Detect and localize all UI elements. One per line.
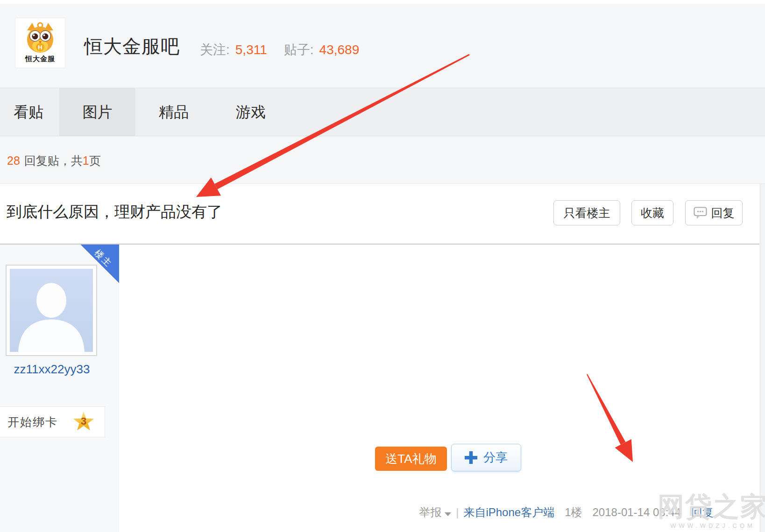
send-gift-button[interactable]: 送TA礼物 [375, 447, 447, 471]
level-number: 3 [73, 415, 94, 427]
speech-bubble-icon [694, 207, 707, 219]
user-level-card: 开始绑卡 3 [0, 406, 105, 437]
svg-text:H: H [38, 44, 42, 51]
tab-featured[interactable]: 精品 [143, 88, 205, 136]
logo-text: 恒大金服 [15, 55, 65, 62]
plus-icon [465, 451, 477, 464]
followers-label: 关注: [200, 41, 230, 59]
forum-logo[interactable]: H 恒大金服 [15, 18, 65, 68]
floor-number: 1楼 [565, 505, 582, 520]
reply-count: 28 [7, 154, 20, 167]
reply-page-summary: 28回复贴，共1页 [7, 153, 101, 168]
share-button-label: 分享 [483, 449, 508, 466]
level-star-badge: 3 [73, 412, 94, 432]
post-author-sidebar: 楼主 zz11xx22yy33 开始绑卡 3 [0, 245, 119, 532]
client-source-link[interactable]: 来自iPhone客户端 [463, 505, 554, 520]
posts-label: 贴子: [284, 41, 314, 59]
annotation-arrow-bottom [587, 374, 633, 462]
owl-logo-icon: H [22, 21, 58, 55]
tab-games[interactable]: 游戏 [220, 88, 282, 136]
posts-count: 43,689 [319, 42, 360, 57]
chevron-down-icon [445, 512, 451, 516]
tab-view-posts[interactable]: 看贴 [0, 88, 57, 136]
tab-pictures-selected[interactable]: 图片 [59, 88, 135, 136]
page-label: 页 [89, 154, 101, 167]
forum-stats: 关注: 5,311 贴子: 43,689 [200, 41, 359, 59]
thread-title-row: 到底什么原因，理财产品没有了 只看楼主 收藏 回复 [0, 184, 759, 245]
reply-button-label: 回复 [711, 205, 735, 221]
followers-count: 5,311 [235, 42, 267, 57]
avatar[interactable] [6, 265, 97, 356]
report-link[interactable]: 举报 [419, 505, 451, 520]
user-level-title: 开始绑卡 [7, 414, 58, 430]
reply-button[interactable]: 回复 [685, 200, 743, 225]
person-silhouette-icon [10, 269, 93, 352]
favorite-button[interactable]: 收藏 [631, 200, 673, 225]
watermark-url: WWW.WDZJ.COM [656, 522, 765, 529]
username-link[interactable]: zz11xx22yy33 [0, 362, 104, 377]
right-rail [760, 184, 765, 532]
report-label: 举报 [419, 506, 441, 518]
forum-header: H 恒大金服 恒大金服吧 关注: 5,311 贴子: 43,689 [0, 4, 765, 88]
reply-label: 回复贴，共 [24, 154, 83, 167]
share-button[interactable]: 分享 [451, 444, 521, 471]
post-footer-bar: 举报 | 来自iPhone客户端 1楼 2018-01-14 08:44 回复 [419, 505, 714, 520]
forum-tab-bar: 看贴 图片 精品 游戏 [0, 88, 765, 136]
thread-meta-bar: 28回复贴，共1页 [0, 136, 765, 184]
avatar-placeholder [10, 269, 93, 352]
footer-separator: | [456, 506, 459, 519]
forum-title: 恒大金服吧 [84, 34, 180, 59]
reply-link[interactable]: 回复 [691, 505, 714, 520]
tieba-thread-page: H 恒大金服 恒大金服吧 关注: 5,311 贴子: 43,689 看贴 图片 … [0, 0, 765, 532]
page-count: 1 [83, 154, 89, 167]
post-timestamp: 2018-01-14 08:44 [593, 506, 681, 519]
view-author-only-button[interactable]: 只看楼主 [553, 200, 620, 225]
thread-title: 到底什么原因，理财产品没有了 [7, 202, 222, 223]
